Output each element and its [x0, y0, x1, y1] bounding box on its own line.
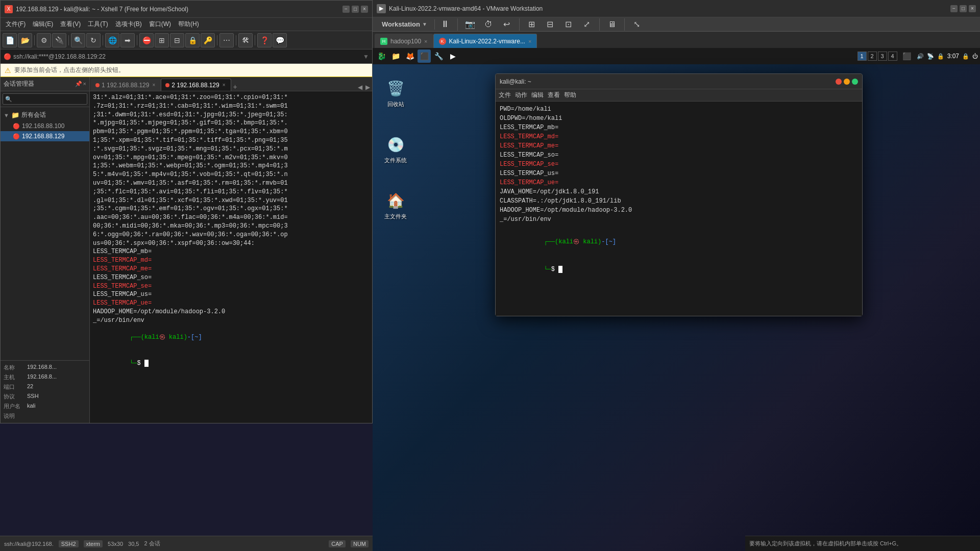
vm-tab-hadoop100[interactable]: H hadoop100 × — [375, 34, 433, 48]
vm-screenshot-button[interactable]: 📷 — [462, 16, 478, 33]
term-line-14: ;35:*.cgm=01;35:*.emf=01;35:*.ogv=01;35:… — [93, 205, 369, 213]
close-sidebar-icon[interactable]: × — [83, 81, 86, 87]
stop-button[interactable]: ⛔ — [139, 33, 154, 47]
vm-expand-button[interactable]: ⤡ — [629, 16, 645, 33]
pin-icon[interactable]: 📌 — [75, 81, 82, 87]
workstation-menu[interactable]: Workstation ▼ — [377, 19, 432, 30]
vm-fullscreen-button[interactable]: ⊞ — [524, 16, 540, 33]
vm-tab-close-hadoop[interactable]: × — [424, 38, 427, 44]
kali-apps-icon[interactable]: ▶ — [446, 49, 459, 63]
kali-apps2-icon[interactable]: ⬛ — [900, 49, 914, 63]
tab-close-2[interactable]: × — [222, 82, 227, 88]
kali-files-icon[interactable]: 📁 — [389, 49, 402, 63]
tools2-button[interactable]: 🛠 — [238, 33, 253, 47]
vm-term-menu-help[interactable]: 帮助 — [564, 91, 576, 99]
desktop-icon-filesystem[interactable]: 💿 文件系统 — [378, 132, 413, 166]
toolbar-separator-1 — [34, 35, 35, 45]
vm-term-menu-action[interactable]: 动作 — [515, 91, 527, 99]
kali-terminal-icon[interactable]: ⬛ — [418, 49, 431, 63]
kali-network-icon[interactable]: 📡 — [927, 53, 934, 60]
layout-button[interactable]: ⊞ — [155, 33, 169, 47]
kali-clock: 3:07 — [947, 53, 959, 60]
address-dropdown[interactable]: ▼ — [363, 53, 369, 60]
menu-tools[interactable]: 工具(T) — [85, 19, 111, 30]
vm-prompt-area: ┌──(kali㉿ kali)-[~] └─$ — [500, 228, 858, 283]
vm-terminal-maximize[interactable] — [852, 79, 858, 85]
kali-volume-icon[interactable]: 🔊 — [917, 53, 924, 60]
vm-terminal-output[interactable]: PWD=/home/kali OLDPWD=/home/kali LESS_TE… — [496, 102, 862, 316]
vm-unity-button[interactable]: ⊟ — [542, 16, 558, 33]
all-sessions-header[interactable]: ▼ 📁 所有会话 — [1, 109, 89, 121]
session-item-129[interactable]: 🔴 192.168.88.129 — [1, 131, 89, 141]
vm-terminal-controls — [836, 79, 858, 85]
workspace-2[interactable]: 2 — [868, 52, 877, 61]
more-button[interactable]: ⋯ — [219, 33, 234, 47]
status-term: xterm — [84, 540, 103, 547]
globe-button[interactable]: 🌐 — [105, 33, 119, 47]
vm-term-menu-edit[interactable]: 编辑 — [531, 91, 544, 99]
workspace-1[interactable]: 1 — [857, 52, 867, 61]
menu-file[interactable]: 文件(F) — [3, 19, 29, 30]
help-toolbar-button[interactable]: ❓ — [257, 33, 272, 47]
tab-nav-next[interactable]: ▶ — [364, 84, 371, 91]
info-key-port: 端口 — [4, 383, 24, 391]
new-session-button[interactable]: 📄 — [3, 33, 17, 47]
vm-minimize-button[interactable]: − — [950, 5, 958, 12]
vm-close-button[interactable]: × — [969, 5, 976, 12]
menu-edit[interactable]: 编辑(E) — [30, 19, 56, 30]
vm-term-menu-file[interactable]: 文件 — [499, 91, 511, 99]
session-label-100: 192.168.88.100 — [22, 122, 64, 130]
key-button[interactable]: 🔑 — [201, 33, 215, 47]
vm-restore-button[interactable]: □ — [960, 5, 967, 12]
refresh-button[interactable]: ↻ — [86, 33, 101, 47]
kali-power-icon[interactable]: ⏻ — [972, 53, 978, 59]
chat-button[interactable]: 💬 — [273, 33, 287, 47]
kali-burp-icon[interactable]: 🔧 — [432, 49, 445, 63]
vm-prompt-open: ┌── — [544, 238, 555, 245]
vm-restore-snap-button[interactable]: ↩ — [499, 16, 515, 33]
split-button[interactable]: ⊟ — [170, 33, 184, 47]
vm-term-menu-view[interactable]: 查看 — [548, 91, 560, 99]
restore-button[interactable]: □ — [352, 6, 359, 13]
menu-view[interactable]: 查看(V) — [57, 19, 84, 30]
vm-desktop[interactable]: 🐉 📁 🦊 ⬛ 🔧 ▶ 1 2 3 4 ⬛ 🔊 📡 🔒 3:07 🔒 ⏻ — [373, 48, 980, 551]
desktop-icon-home[interactable]: 🏠 主文件夹 — [378, 188, 413, 222]
open-button[interactable]: 📂 — [18, 33, 32, 47]
vm-snapshot-button[interactable]: ⏱ — [480, 16, 497, 33]
tab-session-1[interactable]: 1 192.168.88.129 × — [91, 79, 161, 91]
menu-window[interactable]: 窗口(W) — [146, 19, 174, 30]
term-line-12: ;35:*.flc=01;35:*.avi=01;35:*.fli=01;35:… — [93, 188, 369, 196]
tab-session-2[interactable]: 2 192.168.88.129 × — [161, 79, 231, 91]
kali-lock-icon[interactable]: 🔒 — [962, 53, 969, 60]
session-tree: ▼ 📁 所有会话 🔴 192.168.88.100 🔴 192.168.88.1… — [1, 107, 89, 360]
vm-terminal-minimize[interactable] — [844, 79, 850, 85]
menu-help[interactable]: 帮助(H) — [175, 19, 202, 30]
new-tab-button[interactable]: + — [231, 83, 239, 91]
session-search-input[interactable] — [3, 93, 87, 105]
vm-pause-button[interactable]: ⏸ — [437, 16, 453, 33]
terminal-output[interactable]: 31:*.alz=01;31:*.ace=01;31:*.zoo=01;31:*… — [90, 91, 372, 423]
session-item-100[interactable]: 🔴 192.168.88.100 — [1, 121, 89, 131]
properties-button[interactable]: ⚙ — [37, 33, 51, 47]
desktop-icon-trash[interactable]: 🗑️ 回收站 — [378, 76, 413, 110]
vm-tab-close-kali[interactable]: × — [528, 38, 531, 44]
find-button[interactable]: 🔍 — [71, 33, 85, 47]
vm-tab-kali[interactable]: K Kali-Linux-2022.2-vmware... × — [433, 34, 537, 48]
connect-button[interactable]: 🔌 — [52, 33, 66, 47]
lock-button[interactable]: 🔒 — [185, 33, 200, 47]
kali-dragon-icon[interactable]: 🐉 — [375, 49, 388, 63]
kali-browser-icon[interactable]: 🦊 — [403, 49, 416, 63]
vm-fit-button[interactable]: ⊡ — [560, 16, 577, 33]
minimize-button[interactable]: − — [342, 6, 350, 13]
workspace-4[interactable]: 4 — [888, 52, 897, 61]
tab-nav-prev[interactable]: ◀ — [357, 84, 363, 91]
workspace-3[interactable]: 3 — [878, 52, 887, 61]
tab-close-1[interactable]: × — [151, 82, 156, 88]
vm-terminal-close[interactable] — [836, 79, 842, 85]
menu-tabs[interactable]: 选项卡(B) — [112, 19, 145, 30]
vm-usb-button[interactable]: 🖥 — [604, 16, 620, 33]
close-button[interactable]: × — [361, 6, 368, 13]
vm-stretch-button[interactable]: ⤢ — [579, 16, 595, 33]
prompt-pipe: └─ — [130, 360, 137, 367]
arrow-button[interactable]: ➡ — [120, 33, 135, 47]
